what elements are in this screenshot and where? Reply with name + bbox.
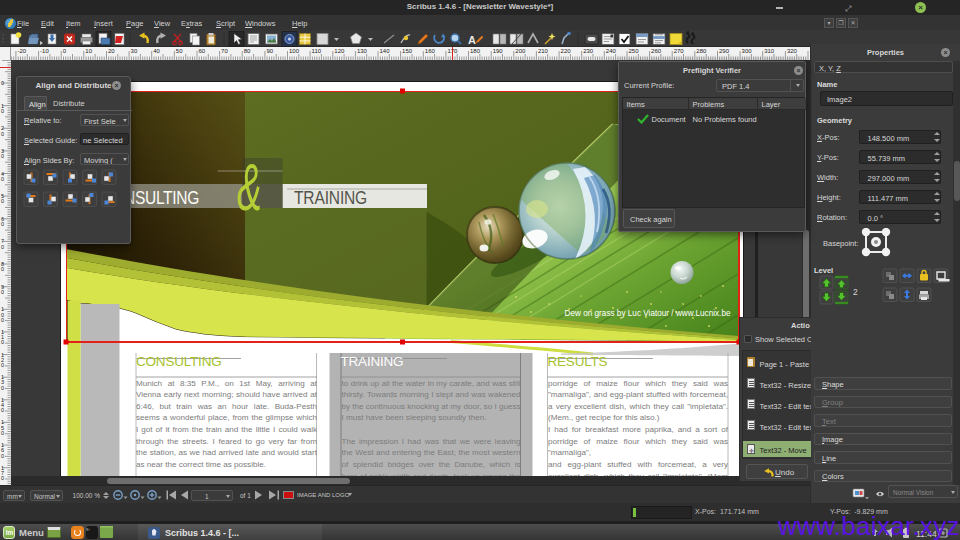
svg-text:0: 0	[63, 48, 67, 54]
svg-text:40: 40	[1, 171, 4, 182]
svg-text:2: 2	[853, 287, 858, 297]
svg-text:150: 150	[402, 48, 413, 54]
svg-text:120: 120	[1, 352, 4, 368]
svg-text:80: 80	[1, 261, 4, 272]
svg-text:A: A	[468, 34, 476, 46]
svg-text:10: 10	[85, 48, 92, 54]
svg-text:130: 130	[1, 374, 4, 390]
svg-text:270: 270	[674, 48, 685, 54]
svg-text:100: 100	[1, 306, 4, 322]
svg-text:50: 50	[176, 48, 183, 54]
svg-text:100: 100	[289, 48, 300, 54]
svg-text:160: 160	[425, 48, 436, 54]
svg-text:0: 0	[1, 80, 4, 86]
svg-text:300: 300	[742, 48, 753, 54]
svg-text:90: 90	[1, 284, 4, 295]
svg-text:140: 140	[380, 48, 391, 54]
svg-text:20: 20	[108, 48, 115, 54]
svg-text:210: 210	[538, 48, 549, 54]
svg-text:90: 90	[266, 48, 273, 54]
svg-text:50: 50	[1, 193, 4, 204]
svg-text:220: 220	[561, 48, 572, 54]
svg-text:TRAINING: TRAINING	[294, 187, 367, 209]
svg-text:10: 10	[1, 103, 4, 114]
svg-text:110: 110	[1, 329, 4, 345]
svg-text:20: 20	[1, 125, 4, 136]
svg-text:250: 250	[629, 48, 640, 54]
svg-text:280: 280	[696, 48, 707, 54]
svg-text:170: 170	[1, 465, 4, 481]
svg-text:Dew on grass by Luc Viatour /: Dew on grass by Luc Viatour / www.Lucnix…	[564, 309, 730, 318]
svg-text:70: 70	[1, 238, 4, 249]
svg-text:30: 30	[1, 148, 4, 159]
svg-text:180: 180	[470, 48, 481, 54]
svg-text:240: 240	[606, 48, 617, 54]
svg-text:NSULTING: NSULTING	[124, 187, 199, 209]
svg-text:140: 140	[1, 397, 4, 413]
svg-text:200: 200	[515, 48, 526, 54]
svg-text:310: 310	[764, 48, 775, 54]
svg-text:-20: -20	[17, 48, 26, 54]
svg-text:190: 190	[493, 48, 504, 54]
svg-text:60: 60	[1, 216, 4, 227]
svg-text:290: 290	[719, 48, 730, 54]
svg-text:320: 320	[787, 48, 798, 54]
svg-text:80: 80	[244, 48, 251, 54]
svg-text:150: 150	[1, 419, 4, 435]
svg-text:160: 160	[1, 442, 4, 458]
svg-text:70: 70	[221, 48, 228, 54]
svg-text:-10: -10	[40, 48, 49, 54]
svg-text:60: 60	[199, 48, 206, 54]
svg-text:120: 120	[334, 48, 345, 54]
svg-text:&: &	[237, 151, 262, 224]
svg-text:30: 30	[131, 48, 138, 54]
svg-text:260: 260	[651, 48, 662, 54]
svg-text:110: 110	[312, 48, 322, 54]
svg-text:130: 130	[357, 48, 368, 54]
svg-text:40: 40	[153, 48, 160, 54]
svg-text:230: 230	[583, 48, 594, 54]
